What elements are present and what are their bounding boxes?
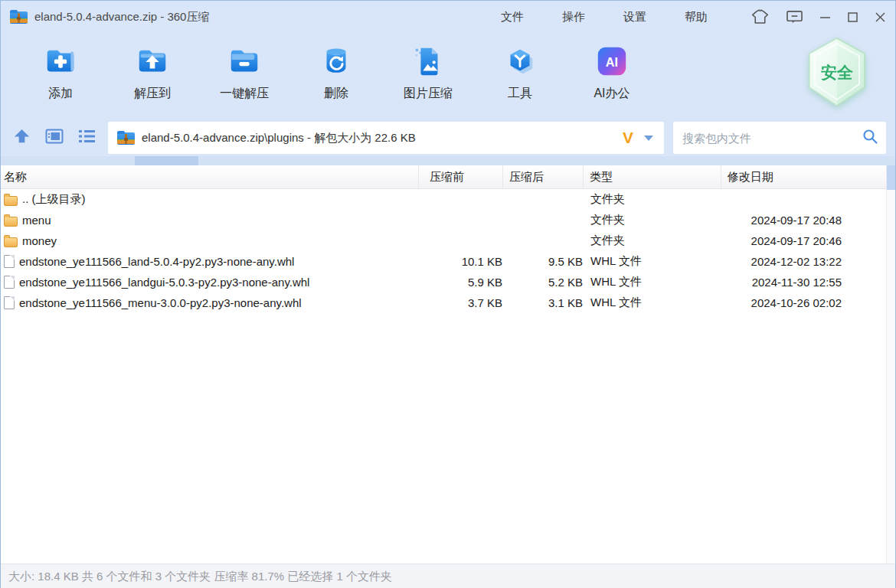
- skin-icon[interactable]: [750, 8, 770, 25]
- file-type: WHL 文件: [583, 296, 721, 310]
- archive-path[interactable]: eland-5.0.4-advance.zip\plugins - 解包大小为 …: [142, 131, 623, 145]
- size-after: 3.1 KB: [502, 296, 583, 309]
- menu-settings[interactable]: 设置: [604, 10, 665, 24]
- size-before: 3.7 KB: [418, 296, 502, 309]
- address-row: eland-5.0.4-advance.zip\plugins - 解包大小为 …: [1, 119, 895, 156]
- modified-date: 2024-12-02 13:22: [721, 255, 886, 268]
- file-name: .. (上级目录): [22, 192, 86, 207]
- archive-zip-icon: [117, 131, 135, 145]
- app-window: eland-5.0.4-advance.zip - 360压缩 文件 操作 设置…: [0, 0, 896, 588]
- search-icon[interactable]: [862, 128, 878, 148]
- size-after: 5.2 KB: [502, 276, 583, 289]
- list-view-icon[interactable]: [78, 129, 96, 147]
- extract-to-button[interactable]: 解压到: [106, 44, 198, 102]
- modified-date: 2024-09-17 20:48: [721, 214, 886, 227]
- file-icon: [4, 296, 15, 309]
- security-badge[interactable]: 安全: [805, 36, 869, 109]
- file-type: 文件夹: [583, 213, 721, 227]
- toolbar-label: 解压到: [134, 86, 171, 102]
- delete-icon: [319, 44, 354, 79]
- svg-text:AI: AI: [606, 55, 618, 69]
- minimize-icon[interactable]: [819, 11, 831, 23]
- close-icon[interactable]: [875, 11, 886, 23]
- tools-icon: [502, 44, 538, 79]
- column-header-size-before[interactable]: 压缩前: [418, 165, 502, 188]
- menu-bar: 文件 操作 设置 帮助: [482, 1, 727, 33]
- image-compress-button[interactable]: 图片压缩: [382, 44, 474, 102]
- file-name: endstone_ye111566_landgui-5.0.3-py2.py3-…: [19, 276, 309, 289]
- folder-icon: [4, 217, 18, 227]
- toolbar-label: 一键解压: [220, 86, 269, 102]
- menu-operate[interactable]: 操作: [543, 10, 604, 24]
- titlebar-icons: [750, 1, 886, 33]
- file-type: 文件夹: [583, 192, 721, 207]
- size-before: 10.1 KB: [418, 255, 502, 268]
- size-before: 5.9 KB: [418, 276, 502, 289]
- table-row[interactable]: menu 文件夹 2024-09-17 20:48: [1, 210, 886, 230]
- ai-office-button[interactable]: AI AI办公: [566, 44, 658, 102]
- window-title: eland-5.0.4-advance.zip - 360压缩: [34, 10, 209, 24]
- toolbar-label: 添加: [48, 86, 73, 102]
- folder-icon: [4, 196, 18, 206]
- address-bar[interactable]: eland-5.0.4-advance.zip\plugins - 解包大小为 …: [108, 122, 664, 154]
- column-header-type[interactable]: 类型: [583, 165, 721, 188]
- modified-date: 2024-11-30 12:55: [721, 276, 886, 289]
- preview-pane-icon[interactable]: [45, 129, 64, 147]
- v-logo: V: [623, 129, 633, 147]
- add-button[interactable]: 添加: [15, 44, 106, 102]
- file-name: endstone_ye111566_land-5.0.4-py2.py3-non…: [19, 255, 294, 268]
- status-bar: 大小: 18.4 KB 共 6 个文件和 3 个文件夹 压缩率 81.7% 已经…: [1, 564, 895, 588]
- toolbar-label: 图片压缩: [404, 86, 453, 102]
- address-dropdown-icon[interactable]: [644, 136, 653, 141]
- file-icon: [4, 255, 15, 268]
- file-type: WHL 文件: [583, 275, 721, 289]
- add-folder-icon: [43, 44, 78, 79]
- up-level-icon[interactable]: [13, 128, 31, 149]
- column-header-name[interactable]: 名称: [1, 165, 418, 188]
- horizontal-scrollbar[interactable]: [1, 156, 895, 165]
- table-row[interactable]: endstone_ye111566_menu-3.0.0-py2.py3-non…: [1, 292, 886, 313]
- vertical-scrollbar-thumb[interactable]: [887, 165, 895, 190]
- column-header-modified[interactable]: 修改日期: [721, 165, 886, 188]
- app-zip-icon: [10, 10, 28, 24]
- title-bar: eland-5.0.4-advance.zip - 360压缩 文件 操作 设置…: [1, 1, 895, 33]
- menu-file[interactable]: 文件: [482, 10, 543, 24]
- vertical-scrollbar[interactable]: [886, 165, 895, 564]
- feedback-icon[interactable]: [786, 9, 803, 24]
- file-list: 名称 压缩前 压缩后 类型 修改日期 .. (上级目录) 文件夹 menu 文件…: [1, 165, 895, 564]
- toolbar-label: 工具: [508, 86, 532, 102]
- status-text: 大小: 18.4 KB 共 6 个文件和 3 个文件夹 压缩率 81.7% 已经…: [8, 570, 392, 584]
- horizontal-scrollbar-thumb[interactable]: [135, 156, 198, 165]
- file-type: WHL 文件: [583, 254, 721, 269]
- delete-button[interactable]: 删除: [290, 44, 382, 102]
- toolbar: 添加 解压到 一键解压 删除 图片压缩: [1, 33, 895, 119]
- extract-to-icon: [135, 44, 170, 79]
- tools-button[interactable]: 工具: [474, 44, 566, 102]
- size-after: 9.5 KB: [502, 255, 583, 268]
- file-icon: [4, 276, 15, 289]
- modified-date: 2024-10-26 02:02: [721, 296, 886, 309]
- one-click-extract-icon: [227, 44, 262, 79]
- column-header-size-after[interactable]: 压缩后: [502, 165, 583, 188]
- file-name: endstone_ye111566_menu-3.0.0-py2.py3-non…: [19, 296, 302, 309]
- table-row[interactable]: money 文件夹 2024-09-17 20:46: [1, 230, 886, 251]
- toolbar-label: AI办公: [594, 86, 629, 102]
- file-name: money: [22, 234, 57, 247]
- one-click-extract-button[interactable]: 一键解压: [198, 44, 290, 102]
- svg-text:安全: 安全: [821, 64, 854, 81]
- table-row[interactable]: endstone_ye111566_land-5.0.4-py2.py3-non…: [1, 251, 886, 272]
- list-header: 名称 压缩前 压缩后 类型 修改日期: [1, 165, 886, 189]
- image-compress-icon: [410, 44, 446, 79]
- ai-office-icon: AI: [594, 44, 629, 79]
- search-input[interactable]: [681, 131, 862, 145]
- maximize-icon[interactable]: [847, 11, 858, 23]
- table-row[interactable]: .. (上级目录) 文件夹: [1, 189, 886, 210]
- menu-help[interactable]: 帮助: [665, 10, 727, 24]
- nav-icons: [10, 128, 99, 149]
- table-row[interactable]: endstone_ye111566_landgui-5.0.3-py2.py3-…: [1, 272, 886, 292]
- toolbar-label: 删除: [324, 86, 348, 102]
- file-type: 文件夹: [583, 234, 721, 248]
- folder-icon: [4, 237, 18, 247]
- file-name: menu: [22, 214, 51, 227]
- search-box: [673, 122, 886, 154]
